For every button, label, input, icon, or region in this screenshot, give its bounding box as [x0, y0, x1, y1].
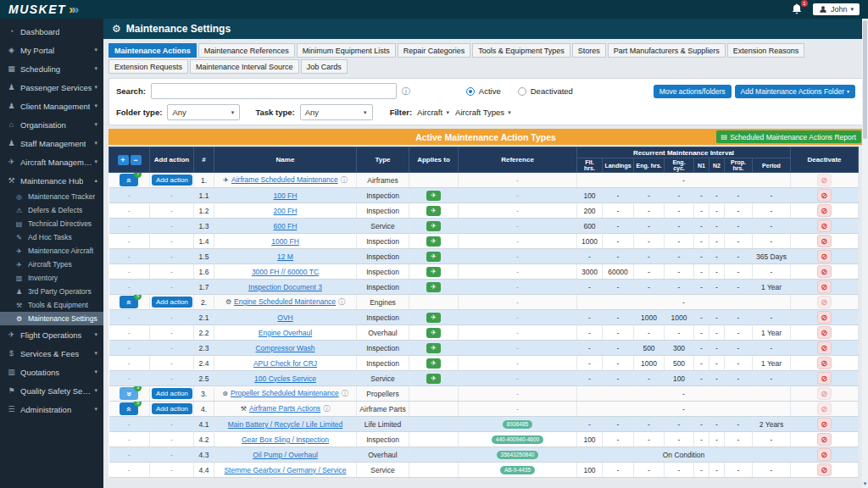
active-radio[interactable]	[466, 87, 475, 96]
tab-repair-categories[interactable]: Repair Categories	[398, 43, 471, 58]
action-name-link[interactable]: 12 M	[277, 252, 293, 261]
sidebar-item-quality-safety-security[interactable]: ⚑Quality Safety Security▾	[0, 381, 103, 400]
collapse-folder-button[interactable]: »7	[120, 174, 138, 186]
tab-extension-reasons[interactable]: Extension Reasons	[727, 43, 805, 58]
deactivate-button[interactable]: ⊘	[817, 280, 832, 293]
scroll-down-icon[interactable]: ▼	[862, 480, 868, 488]
sidebar-item-ad-hoc-tasks[interactable]: ✎Ad Hoc Tasks	[0, 230, 103, 244]
deactivate-button[interactable]: ⊘	[817, 189, 832, 202]
action-name-link[interactable]: APU Check for CRJ	[253, 359, 317, 368]
tab-job-cards[interactable]: Job Cards	[301, 59, 348, 74]
folder-name-link[interactable]: Propeller Scheduled Maintenance	[231, 389, 339, 397]
sidebar-item-administration[interactable]: ☰Administration▾	[0, 400, 103, 419]
sidebar-item-scheduling[interactable]: ▦Scheduling▾	[0, 59, 103, 78]
expand-all-button[interactable]: +	[118, 155, 129, 165]
action-name-link[interactable]: 1000 FH	[271, 237, 299, 246]
folder-name-link[interactable]: Airframe Parts Actions	[249, 404, 320, 413]
user-menu-button[interactable]: John ▾	[813, 3, 860, 15]
sidebar-item-maintenance-hub[interactable]: ⚒Maintenance Hub▴	[0, 171, 103, 190]
deactivate-button[interactable]: ⊘	[817, 296, 832, 308]
move-actions-folders-button[interactable]: Move actions/folders	[654, 85, 732, 98]
sidebar-item-my-portal[interactable]: ◈My Portal▾	[0, 41, 103, 59]
notifications-bell-button[interactable]: 1	[791, 3, 804, 16]
deactivate-button[interactable]: ⊘	[817, 311, 832, 324]
sidebar-item-services-fees[interactable]: $Services & Fees▾	[0, 344, 103, 363]
collapse-folder-button[interactable]: »5	[120, 402, 138, 415]
action-name-link[interactable]: 600 FH	[274, 222, 298, 230]
deactivate-button[interactable]: ⊘	[817, 326, 832, 339]
search-input[interactable]	[151, 83, 397, 99]
deactivate-button[interactable]: ⊘	[817, 341, 832, 354]
deactivate-button[interactable]: ⊘	[817, 235, 832, 247]
action-name-link[interactable]: Engine Overhaul	[259, 329, 312, 337]
action-name-link[interactable]: OVH	[277, 313, 292, 322]
add-action-button[interactable]: Add action	[152, 403, 192, 414]
sidebar-item-aircraft-management[interactable]: ✈Aircraft Management▾	[0, 152, 103, 171]
deactivate-button[interactable]: ⊘	[817, 219, 832, 232]
action-name-link[interactable]: Main Battery / Recycle / Life Limited	[228, 420, 343, 429]
add-action-button[interactable]: Add action	[152, 297, 192, 308]
sidebar-item-passenger-services[interactable]: ♟Passenger Services▾	[0, 78, 103, 97]
sidebar-item-client-management[interactable]: ♟Client Management▾	[0, 97, 103, 115]
action-name-link[interactable]: Oil Pump / Overhaul	[253, 451, 318, 459]
aircraft-filter-dropdown[interactable]: Aircraft▼	[417, 108, 450, 117]
sidebar-item-dashboard[interactable]: ◔Dashboard	[0, 22, 103, 41]
expand-folder-button[interactable]: »3	[120, 387, 138, 400]
deactivate-button[interactable]: ⊘	[817, 402, 832, 415]
sidebar-item-maintenance-settings[interactable]: ⚙Maintenance Settings	[0, 312, 103, 325]
sidebar-item-staff-management[interactable]: ♟Staff Management▾	[0, 134, 103, 152]
tab-part-manufacturers-suppliers[interactable]: Part Manufacturers & Suppliers	[608, 43, 726, 58]
deactivate-button[interactable]: ⊘	[817, 372, 832, 385]
action-name-link[interactable]: 200 FH	[274, 207, 298, 215]
sidebar-item-inventory[interactable]: ▥Inventory	[0, 271, 103, 285]
tab-minimum-equipment-lists[interactable]: Minimum Equipment Lists	[297, 43, 396, 58]
sidebar-item-maintenance-tracker[interactable]: ◎Maintenance Tracker	[0, 190, 103, 203]
deactivate-button[interactable]: ⊘	[817, 250, 832, 263]
sidebar-item-quotations[interactable]: ▥Quotations▾	[0, 363, 103, 381]
deactivate-button[interactable]: ⊘	[817, 418, 832, 430]
deactivate-button[interactable]: ⊘	[817, 204, 832, 217]
action-name-link[interactable]: Compressor Wash	[255, 344, 314, 352]
deactivate-button[interactable]: ⊘	[817, 265, 832, 278]
sidebar-item-organisation[interactable]: ⌂Organisation▾	[0, 115, 103, 134]
deactivate-button[interactable]: ⊘	[817, 357, 832, 369]
deactivate-button[interactable]: ⊘	[817, 174, 832, 186]
deactivate-button[interactable]: ⊘	[817, 387, 832, 400]
action-name-link[interactable]: 100 FH	[274, 191, 298, 200]
tab-tools-equipment-types[interactable]: Tools & Equipment Types	[472, 43, 570, 58]
folder-type-select[interactable]: Any▼	[167, 104, 240, 120]
tab-maintenance-actions[interactable]: Maintenance Actions	[108, 43, 197, 58]
scrollbar[interactable]: ▼	[862, 19, 868, 488]
tab-maintenance-interval-source[interactable]: Maintenance Interval Source	[190, 59, 299, 74]
scheduled-maintenance-actions-report-button[interactable]: ▤ Scheduled Maintenance Actions Report	[716, 130, 861, 143]
collapse-folder-button[interactable]: »5	[120, 296, 138, 308]
task-type-select[interactable]: Any▼	[300, 104, 373, 120]
sidebar-item-tools-equipment[interactable]: ⚒Tools & Equipment	[0, 298, 103, 312]
add-action-button[interactable]: Add action	[152, 175, 192, 186]
deactivate-button[interactable]: ⊘	[817, 463, 832, 476]
sidebar-item-aircraft-types[interactable]: ✈Aircraft Types	[0, 258, 103, 271]
deactivate-button[interactable]: ⊘	[817, 433, 832, 446]
sidebar-item-maintenance-aircraft[interactable]: ✈Maintenance Aircraft	[0, 244, 103, 258]
scrollbar-thumb[interactable]	[863, 20, 867, 139]
sidebar-item-flight-operations[interactable]: ✈Flight Operations▾	[0, 325, 103, 344]
sidebar-item-3rd-party-operators[interactable]: ♟3rd Party Operators	[0, 285, 103, 298]
sidebar-item-defers-defects[interactable]: ⚠Defers & Defects	[0, 203, 103, 217]
aircraft-types-filter-dropdown[interactable]: Aircraft Types▼	[455, 108, 512, 117]
add-maintenance-actions-folder-button[interactable]: Add Maintenance Actions Folder▾	[735, 85, 855, 98]
folder-name-link[interactable]: Engine Scheduled Maintenance	[234, 297, 336, 306]
action-name-link[interactable]: 3000 FH // 60000 TC	[252, 268, 319, 276]
action-name-link[interactable]: Inspection Document 3	[248, 283, 322, 291]
sidebar-item-technical-directives[interactable]: ▤Technical Directives	[0, 217, 103, 230]
collapse-all-button[interactable]: −	[131, 155, 142, 165]
deactivated-radio[interactable]	[518, 87, 526, 96]
action-name-link[interactable]: Gear Box Sling / Inspection	[242, 435, 329, 444]
action-name-link[interactable]: Stemme Gearbox / Germany / Service	[224, 466, 346, 474]
action-name-link[interactable]: 100 Cycles Service	[254, 374, 316, 383]
deactivate-button[interactable]: ⊘	[817, 448, 832, 461]
tab-maintenance-references[interactable]: Maintenance References	[198, 43, 295, 58]
tab-stores[interactable]: Stores	[572, 43, 606, 58]
folder-name-link[interactable]: Airframe Scheduled Maintenance	[231, 175, 338, 184]
tab-extension-requests[interactable]: Extension Requests	[108, 59, 188, 74]
add-action-button[interactable]: Add action	[152, 388, 192, 399]
